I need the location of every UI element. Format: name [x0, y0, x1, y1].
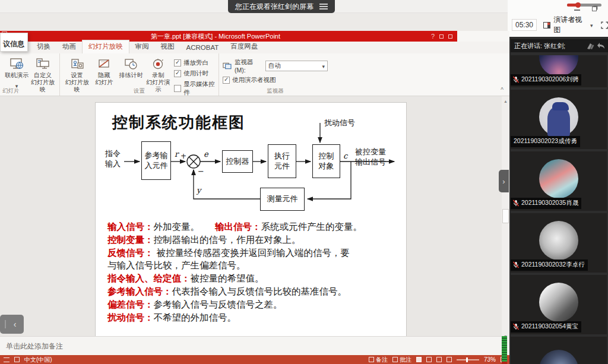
- language-indicator[interactable]: 中文(中国): [24, 356, 52, 364]
- scroll-thumb[interactable]: [502, 209, 509, 223]
- spellcheck-icon[interactable]: [14, 357, 20, 362]
- monitor-icon: [223, 62, 232, 70]
- thumbnail-panel-toggle[interactable]: ‹: [0, 315, 24, 334]
- collapse-ribbon-button[interactable]: ^: [501, 87, 504, 93]
- participant-tile[interactable]: 2021190302054黄宝: [511, 275, 607, 334]
- signal-r-label: r: [175, 150, 178, 160]
- monitor-select-value: 自动: [268, 62, 281, 70]
- restore-window-icon[interactable]: [592, 7, 597, 11]
- volume-knob[interactable]: [575, 2, 581, 8]
- minimize-icon[interactable]: [574, 10, 580, 11]
- avatar: [539, 283, 578, 322]
- setup-slideshow-icon: [69, 57, 85, 71]
- window-control-icon[interactable]: [448, 34, 452, 39]
- disturbance-label: 扰动信号: [324, 118, 355, 128]
- rehearse-clock-icon: [124, 57, 139, 71]
- custom-slideshow-icon: [35, 57, 50, 71]
- monitor-select[interactable]: 自动: [265, 61, 328, 71]
- present-online-icon: [9, 57, 24, 71]
- meeting-timer: 05:30: [512, 19, 537, 31]
- notes-panel[interactable]: 单击此处添加备注: [0, 336, 502, 355]
- plus-sign: +: [180, 152, 186, 162]
- screen-share-banner[interactable]: 您正在观看张红剑的屏幕: [228, 0, 335, 13]
- group-label-monitors: 监视器: [219, 87, 331, 95]
- use-presenter-view-label: 使用演示者视图: [232, 76, 276, 84]
- diagram-output-label: 被控变量 输出信号: [350, 147, 391, 167]
- tab-baidu-netdisk[interactable]: 百度网盘: [224, 40, 264, 53]
- zoom-knob[interactable]: [466, 357, 468, 362]
- block-reference-input: 参考输 入元件: [141, 141, 171, 180]
- meeting-info-text: 议信息: [3, 39, 24, 49]
- play-narration-checkbox[interactable]: 播放旁白: [174, 59, 215, 67]
- vertical-scrollbar[interactable]: ▲ ▼ ▲▲ ▼▼: [502, 96, 509, 355]
- use-presenter-view-checkbox[interactable]: 使用演示者视图: [223, 76, 276, 84]
- zoom-percent[interactable]: 73%: [484, 356, 496, 363]
- use-timings-checkbox[interactable]: 使用计时: [174, 69, 215, 78]
- participant-tile[interactable]: 2021190302006刘骋: [511, 55, 607, 87]
- ribbon-group-setup: 设置 幻灯片放映 隐藏 幻灯片 排练计时 录制 幻灯片演示: [59, 53, 218, 96]
- tab-transition[interactable]: 切换: [31, 40, 56, 53]
- use-timings-label: 使用计时: [183, 69, 208, 78]
- mic-muted-icon: [512, 261, 520, 268]
- ribbon-tab-row: 切换 动画 幻灯片放映 审阅 视图 ACROBAT 百度网盘: [0, 42, 509, 53]
- sidebar-collapse-handle[interactable]: ›: [499, 170, 509, 192]
- checkbox-icon: [174, 59, 181, 67]
- participant-name: 2021190302054黄宝: [521, 322, 578, 331]
- signal-e-label: e: [204, 150, 208, 160]
- diagram-lines: [96, 103, 407, 337]
- tab-view[interactable]: 视图: [155, 40, 180, 53]
- avatar: [539, 55, 578, 77]
- rehearse-timing-label: 排练计时: [119, 72, 143, 79]
- slide-sorter-view-icon[interactable]: [426, 357, 432, 362]
- block-actuator: 执行 元件: [268, 144, 296, 178]
- tab-animation[interactable]: 动画: [56, 40, 82, 53]
- tab-acrobat[interactable]: ACROBAT: [180, 42, 225, 53]
- reading-view-icon[interactable]: [436, 357, 442, 362]
- avatar: [539, 221, 578, 260]
- participant-tile[interactable]: [511, 337, 607, 364]
- ribbon: 联机演示 自定义 幻灯片放映 幻灯片 设置 幻灯片放映: [0, 53, 509, 96]
- presenter-view-dropdown[interactable]: 演讲者视图: [541, 14, 596, 36]
- participant-tile[interactable]: 2021190302035肖晟: [511, 151, 607, 211]
- meeting-info-popup[interactable]: 议信息: [0, 33, 28, 52]
- hamburger-menu-icon[interactable]: [319, 4, 328, 10]
- raise-hand-icon[interactable]: [597, 42, 606, 50]
- tab-slideshow[interactable]: 幻灯片放映: [82, 40, 129, 53]
- ribbon-display-icon[interactable]: [439, 34, 444, 39]
- hide-slide-button[interactable]: 隐藏 幻灯片: [90, 56, 117, 86]
- online-present-button[interactable]: 联机演示: [4, 56, 30, 90]
- fullscreen-icon[interactable]: [601, 21, 608, 29]
- scroll-up-button[interactable]: ▲: [502, 97, 509, 105]
- help-icon[interactable]: ?: [431, 33, 435, 40]
- rehearse-timing-button[interactable]: 排练计时: [118, 56, 144, 79]
- status-menu-icon[interactable]: [4, 357, 10, 362]
- participant-name-chip: 2021190302054黄宝: [511, 321, 581, 333]
- block-sensor: 测量元件: [260, 188, 305, 211]
- participant-tile[interactable]: 2021190302032李卓行: [511, 213, 607, 273]
- record-slideshow-icon: [150, 57, 166, 71]
- slide-canvas[interactable]: 控制系统功能框图: [95, 102, 407, 337]
- ribbon-group-monitors: 监视器(M): 自动 使用演示者视图 监视器: [218, 53, 331, 96]
- comments-toggle[interactable]: 批注: [392, 356, 411, 364]
- tab-review[interactable]: 审阅: [129, 40, 155, 53]
- notes-toggle[interactable]: 备注: [369, 356, 388, 364]
- comments-icon: [392, 357, 398, 362]
- group-label-setup: 设置: [60, 87, 218, 95]
- participant-tile[interactable]: 2021190302023成传勇: [511, 90, 607, 149]
- checkbox-icon: [174, 70, 181, 77]
- signal-c-label: c: [343, 151, 347, 162]
- presenter-view-label: 演讲者视图: [553, 15, 587, 35]
- normal-view-icon[interactable]: [416, 357, 422, 362]
- block-controller: 控制器: [222, 150, 253, 173]
- notes-placeholder: 单击此处添加备注: [6, 342, 63, 350]
- slideshow-view-icon[interactable]: [446, 357, 452, 362]
- monitor-label: 监视器(M):: [235, 58, 262, 74]
- diagram-input-label: 指令 输入: [102, 149, 124, 169]
- avatar: [539, 159, 578, 198]
- participant-name: 2021190302023成传勇: [514, 137, 577, 145]
- status-bar: 中文(中国) 备注 批注 73%: [0, 355, 509, 364]
- applaud-icon[interactable]: [586, 42, 595, 50]
- window-title: 第一章.ppt [兼容模式] - Microsoft PowerPoint: [0, 32, 431, 41]
- zoom-slider[interactable]: [457, 359, 479, 360]
- audio-level-meter: [502, 336, 507, 364]
